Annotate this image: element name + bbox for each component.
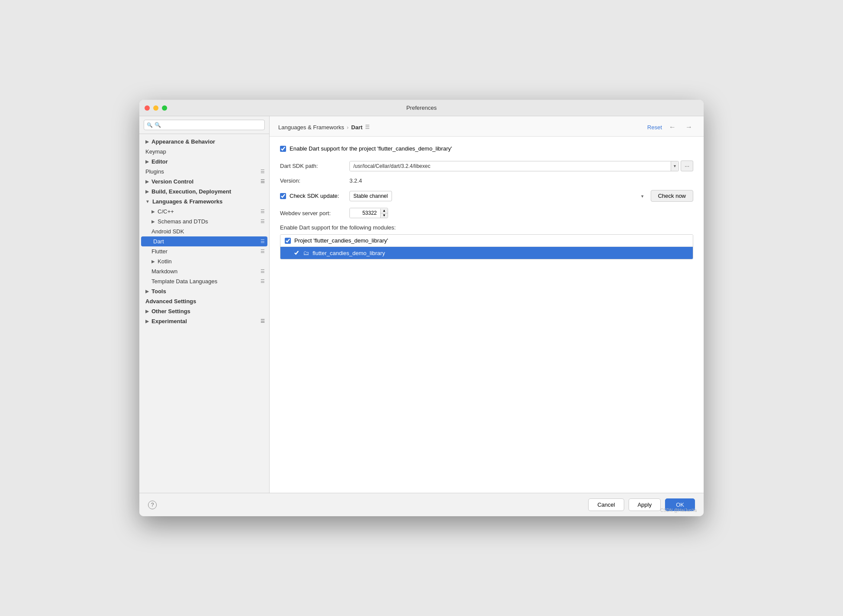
port-increment-button[interactable]: ▲ xyxy=(381,209,388,213)
module-project-checkbox[interactable] xyxy=(285,238,291,244)
sidebar-item-other[interactable]: ▶ Other Settings xyxy=(139,306,269,316)
sidebar-item-label: Plugins xyxy=(145,168,164,175)
folder-icon: 🗂 xyxy=(303,249,309,256)
schemas-badge: ☰ xyxy=(260,219,265,224)
sdk-path-row: Dart SDK path: ▾ ··· xyxy=(280,161,693,171)
chevron-icon: ▶ xyxy=(145,189,149,194)
port-input-wrap: ▲ ▼ xyxy=(349,208,388,218)
sdk-path-input[interactable] xyxy=(350,161,671,171)
sdk-path-container: ▾ xyxy=(349,161,679,171)
breadcrumb: Languages & Frameworks › Dart ☰ xyxy=(278,124,370,131)
enable-dart-row: Enable Dart support for the project 'flu… xyxy=(280,145,693,152)
check-now-button[interactable]: Check now xyxy=(651,190,693,202)
search-input[interactable] xyxy=(144,120,265,130)
markdown-badge: ☰ xyxy=(260,269,265,274)
vc-badge: ☰ xyxy=(260,179,265,184)
sidebar-item-editor[interactable]: ▶ Editor xyxy=(139,157,269,167)
sidebar-item-dart[interactable]: Dart ☰ xyxy=(141,236,267,246)
sidebar-item-label: Other Settings xyxy=(151,308,191,315)
sdk-browse-button[interactable]: ··· xyxy=(681,161,693,171)
enable-dart-checkbox[interactable] xyxy=(280,146,286,152)
sidebar-item-experimental[interactable]: ▶ Experimental ☰ xyxy=(139,316,269,326)
breadcrumb-icon: ☰ xyxy=(365,124,370,130)
enable-dart-label: Enable Dart support for the project 'flu… xyxy=(290,145,452,152)
module-project-label: Project 'flutter_candies_demo_library' xyxy=(294,237,388,244)
sidebar-item-android-sdk[interactable]: Android SDK xyxy=(139,226,269,236)
template-badge: ☰ xyxy=(260,279,265,284)
sidebar-item-label: Kotlin xyxy=(158,258,172,265)
sidebar-item-template-data[interactable]: Template Data Languages ☰ xyxy=(139,276,269,286)
cancel-button[interactable]: Cancel xyxy=(588,498,624,511)
table-row[interactable]: 🗂 flutter_candies_demo_library xyxy=(280,247,693,259)
preferences-window: Preferences 🔍 ▶ Appearance & Behavior Ke… xyxy=(139,100,704,516)
chevron-icon: ▶ xyxy=(151,209,155,214)
sidebar-item-label: Editor xyxy=(151,158,168,165)
chevron-icon: ▶ xyxy=(145,309,149,314)
check-row: Stable channel Beta channel Dev channel … xyxy=(349,190,693,202)
sidebar-item-appearance[interactable]: ▶ Appearance & Behavior xyxy=(139,137,269,147)
webdev-label: Webdev server port: xyxy=(280,210,349,216)
titlebar: Preferences xyxy=(139,100,704,116)
port-input[interactable] xyxy=(350,208,380,218)
table-row[interactable]: Project 'flutter_candies_demo_library' xyxy=(280,235,693,247)
version-label: Version: xyxy=(280,177,349,184)
chevron-icon: ▶ xyxy=(145,159,149,164)
search-bar: 🔍 xyxy=(139,116,269,134)
sidebar-item-version-control[interactable]: ▶ Version Control ☰ xyxy=(139,177,269,187)
reset-button[interactable]: Reset xyxy=(647,124,662,131)
sidebar-item-tools[interactable]: ▶ Tools xyxy=(139,286,269,296)
close-button[interactable] xyxy=(145,105,150,111)
sidebar-item-label: C/C++ xyxy=(158,208,174,215)
dart-badge: ☰ xyxy=(260,239,265,244)
header-actions: Reset ← → xyxy=(647,122,695,132)
sidebar-item-build[interactable]: ▶ Build, Execution, Deployment xyxy=(139,187,269,197)
sidebar-item-flutter[interactable]: Flutter ☰ xyxy=(139,246,269,256)
bottom-bar: ? Cancel Apply OK CSDN @HaiJunYa xyxy=(139,493,704,516)
sidebar-item-schemas[interactable]: ▶ Schemas and DTDs ☰ xyxy=(139,216,269,226)
sidebar-item-keymap[interactable]: Keymap xyxy=(139,147,269,157)
port-spinners: ▲ ▼ xyxy=(380,209,388,218)
chevron-icon: ▼ xyxy=(145,199,150,204)
sidebar-item-cpp[interactable]: ▶ C/C++ ☰ xyxy=(139,206,269,216)
sdk-dropdown-arrow[interactable]: ▾ xyxy=(671,161,678,171)
forward-button[interactable]: → xyxy=(683,122,695,132)
modules-label: Enable Dart support for the following mo… xyxy=(280,224,693,231)
sidebar-item-markdown[interactable]: Markdown ☰ xyxy=(139,266,269,276)
chevron-icon: ▶ xyxy=(145,179,149,184)
check-sdk-checkbox[interactable] xyxy=(280,193,286,199)
modules-section: Enable Dart support for the following mo… xyxy=(280,224,693,259)
apply-button[interactable]: Apply xyxy=(629,498,661,511)
experimental-badge: ☰ xyxy=(260,318,265,324)
main-header: Languages & Frameworks › Dart ☰ Reset ← … xyxy=(270,116,704,137)
help-button[interactable]: ? xyxy=(148,501,157,509)
breadcrumb-parent: Languages & Frameworks xyxy=(278,124,344,131)
check-sdk-row: Check SDK update: Stable channel Beta ch… xyxy=(280,190,693,202)
main-content: 🔍 ▶ Appearance & Behavior Keymap ▶ Edito… xyxy=(139,116,704,493)
breadcrumb-separator: › xyxy=(347,124,349,131)
sdk-path-label: Dart SDK path: xyxy=(280,163,349,169)
sidebar-item-advanced[interactable]: Advanced Settings xyxy=(139,296,269,306)
sidebar-item-plugins[interactable]: Plugins ☰ xyxy=(139,167,269,177)
form-area: Enable Dart support for the project 'flu… xyxy=(270,137,704,493)
sidebar-item-languages[interactable]: ▼ Languages & Frameworks xyxy=(139,197,269,206)
sidebar: 🔍 ▶ Appearance & Behavior Keymap ▶ Edito… xyxy=(139,116,270,493)
webdev-row: Webdev server port: ▲ ▼ xyxy=(280,208,693,218)
sidebar-item-label: Flutter xyxy=(151,248,168,255)
main-panel: Languages & Frameworks › Dart ☰ Reset ← … xyxy=(270,116,704,493)
modules-table: Project 'flutter_candies_demo_library' 🗂… xyxy=(280,234,693,259)
minimize-button[interactable] xyxy=(153,105,158,111)
sidebar-item-label: Markdown xyxy=(151,268,178,275)
maximize-button[interactable] xyxy=(162,105,167,111)
sidebar-item-label: Advanced Settings xyxy=(145,298,196,305)
module-lib-checkbox[interactable] xyxy=(293,250,300,256)
plugins-badge: ☰ xyxy=(260,169,265,174)
sidebar-item-kotlin[interactable]: ▶ Kotlin xyxy=(139,256,269,266)
breadcrumb-current: Dart xyxy=(351,124,362,131)
sidebar-item-label: Tools xyxy=(151,288,166,295)
channel-select[interactable]: Stable channel Beta channel Dev channel xyxy=(349,191,392,201)
back-button[interactable]: ← xyxy=(666,122,678,132)
chevron-icon: ▶ xyxy=(151,259,155,264)
port-decrement-button[interactable]: ▼ xyxy=(381,213,388,218)
version-row: Version: 3.2.4 xyxy=(280,177,693,184)
window-title: Preferences xyxy=(406,105,437,111)
